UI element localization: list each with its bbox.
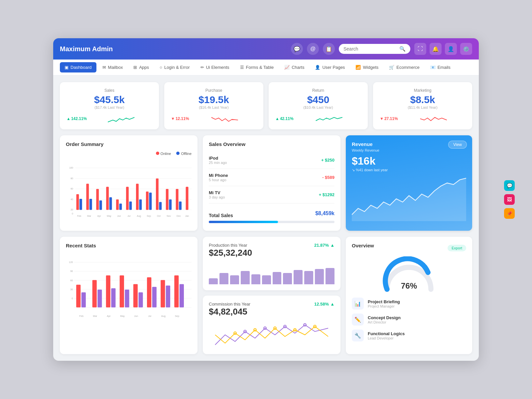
forms-icon: ☰ bbox=[240, 65, 244, 70]
side-btn-pin[interactable]: 📌 bbox=[504, 208, 515, 219]
gauge-wrap: 76% bbox=[352, 256, 466, 293]
chat-icon-btn[interactable]: 💬 bbox=[291, 43, 303, 55]
recent-stats-chart-area: 120 90 60 30 0 Feb Mar bbox=[66, 253, 192, 328]
online-legend: Online bbox=[156, 152, 171, 156]
svg-text:Jan: Jan bbox=[185, 215, 189, 217]
nav-item-ui[interactable]: ✏ Ui Elements bbox=[196, 62, 234, 72]
sales-item-info: Mi TV 3 day ago bbox=[209, 190, 225, 199]
svg-rect-17 bbox=[96, 189, 99, 210]
svg-text:60: 60 bbox=[70, 279, 73, 282]
svg-rect-61 bbox=[92, 280, 97, 307]
email-icon-btn[interactable]: @ bbox=[307, 43, 319, 55]
svg-text:Jul: Jul bbox=[127, 215, 130, 217]
side-btn-chat[interactable]: 💬 bbox=[504, 180, 515, 191]
svg-text:Nov: Nov bbox=[167, 215, 171, 217]
svg-text:Jul: Jul bbox=[148, 315, 152, 318]
stat-footer-return: ▲ 42.11% bbox=[275, 113, 361, 125]
svg-rect-80 bbox=[180, 284, 184, 308]
prod-info: Production this Year $25,32,240 bbox=[209, 243, 252, 260]
svg-rect-18 bbox=[99, 200, 102, 210]
nav-item-mailbox[interactable]: ✉ Mailbox bbox=[98, 62, 128, 72]
stat-value-return: $450 bbox=[275, 94, 361, 105]
comm-label: Commission this Year bbox=[209, 302, 250, 307]
svg-rect-64 bbox=[106, 275, 110, 307]
nav-item-forms[interactable]: ☰ Forms & Table bbox=[235, 62, 279, 72]
search-input[interactable] bbox=[343, 46, 397, 52]
order-summary-title: Order Summary bbox=[66, 141, 192, 147]
svg-text:Mar: Mar bbox=[93, 315, 97, 318]
sales-item-info: Mi Phone 5 hour ago bbox=[209, 173, 228, 182]
svg-text:76%: 76% bbox=[401, 281, 417, 290]
svg-rect-77 bbox=[166, 286, 170, 308]
svg-text:Feb: Feb bbox=[77, 215, 81, 217]
stat-footer-purchase: ▼ 12.11% bbox=[171, 113, 257, 125]
search-icon: 🔍 bbox=[399, 46, 406, 52]
charts-icon: 📈 bbox=[284, 65, 290, 70]
nav-item-apps[interactable]: ⊞ Apps bbox=[129, 62, 154, 72]
svg-rect-65 bbox=[111, 288, 115, 308]
svg-text:80: 80 bbox=[70, 177, 73, 180]
user-icon-btn[interactable]: 👤 bbox=[445, 43, 457, 55]
prod-bar-chart bbox=[209, 263, 334, 284]
stat-cards-row: Sales $45.5k ($17.4k Last Year) ▲ 142.11… bbox=[60, 82, 472, 129]
bar-chart-legend: Online Offline bbox=[66, 152, 192, 156]
revenue-amount: $16k bbox=[352, 155, 466, 167]
prod-bar bbox=[262, 275, 271, 284]
svg-text:90: 90 bbox=[70, 270, 73, 273]
svg-text:Sep: Sep bbox=[175, 315, 179, 318]
revenue-view-btn[interactable]: View bbox=[448, 141, 467, 149]
prod-bar bbox=[230, 275, 239, 284]
settings-icon-btn[interactable]: ⚙️ bbox=[460, 43, 472, 55]
prod-bar bbox=[283, 273, 292, 284]
nav-item-userpages[interactable]: 👤 User Pages bbox=[310, 62, 349, 72]
commission-chart-svg bbox=[209, 322, 334, 348]
order-summary-svg: 100 80 60 40 20 0 Feb Mar bbox=[66, 158, 192, 225]
overview-list: 📊 Project Briefing Project Manager ✏️ Co… bbox=[352, 298, 466, 341]
expand-icon-btn[interactable]: ⛶ bbox=[414, 43, 426, 55]
sales-amount-mitv: + $1292 bbox=[319, 192, 334, 197]
prod-bar bbox=[304, 271, 313, 284]
recent-stats-title: Recent Stats bbox=[66, 243, 192, 248]
overview-item-briefing: 📊 Project Briefing Project Manager bbox=[352, 298, 466, 310]
svg-text:30: 30 bbox=[70, 288, 73, 291]
nav-item-widgets[interactable]: 📶 Widgets bbox=[351, 62, 383, 72]
svg-text:60: 60 bbox=[70, 188, 73, 190]
svg-text:Dec: Dec bbox=[177, 215, 181, 217]
nav-item-emails[interactable]: 📧 Emails bbox=[426, 62, 455, 72]
prod-header: Production this Year $25,32,240 21.87% ▲ bbox=[209, 243, 334, 260]
stat-value-sales: $45.5k bbox=[66, 94, 152, 105]
production-card: Production this Year $25,32,240 21.87% ▲ bbox=[203, 237, 340, 290]
sales-item-info: iPod 25 min ago bbox=[209, 156, 227, 165]
header-right: ⛶ 🔔 👤 ⚙️ bbox=[414, 43, 472, 55]
overview-item-text: Project Briefing Project Manager bbox=[368, 299, 400, 308]
widgets-icon: 📶 bbox=[355, 65, 361, 70]
logo: Maximum Admin bbox=[60, 45, 287, 53]
nav: ▣ Dashboard ✉ Mailbox ⊞ Apps ○ Login & E… bbox=[53, 60, 479, 75]
nav-item-login[interactable]: ○ Login & Error bbox=[155, 62, 194, 72]
svg-rect-71 bbox=[139, 292, 143, 307]
svg-text:Aug: Aug bbox=[161, 315, 166, 318]
svg-rect-74 bbox=[152, 287, 157, 308]
export-btn[interactable]: Export bbox=[448, 245, 466, 251]
svg-rect-36 bbox=[159, 202, 162, 210]
side-btn-image[interactable]: 🖼 bbox=[504, 194, 515, 205]
comm-info: Commission this Year $4,82,045 bbox=[209, 302, 250, 319]
revenue-change: ↘ %41 down last year bbox=[352, 168, 466, 172]
nav-item-charts[interactable]: 📈 Charts bbox=[280, 62, 309, 72]
ecommerce-icon: 🛒 bbox=[389, 65, 394, 70]
svg-rect-29 bbox=[136, 184, 139, 210]
nav-item-dashboard[interactable]: ▣ Dashboard bbox=[60, 62, 96, 72]
clipboard-icon-btn[interactable]: 📋 bbox=[323, 43, 335, 55]
stat-change-return: ▲ 42.11% bbox=[275, 116, 294, 121]
mailbox-icon: ✉ bbox=[102, 65, 106, 70]
comm-value: $4,82,045 bbox=[209, 307, 250, 317]
userpages-icon: 👤 bbox=[315, 65, 320, 70]
bell-icon-btn[interactable]: 🔔 bbox=[430, 43, 442, 55]
svg-text:Jun: Jun bbox=[134, 315, 138, 318]
prod-label: Production this Year bbox=[209, 243, 252, 248]
overview-item-functional: 🔧 Functional Logics Lead Developer bbox=[352, 330, 466, 341]
stat-footer-sales: ▲ 142.11% bbox=[66, 113, 152, 125]
prod-bar bbox=[273, 272, 282, 284]
nav-item-ecommerce[interactable]: 🛒 Ecommerce bbox=[384, 62, 424, 72]
svg-rect-73 bbox=[147, 277, 151, 307]
